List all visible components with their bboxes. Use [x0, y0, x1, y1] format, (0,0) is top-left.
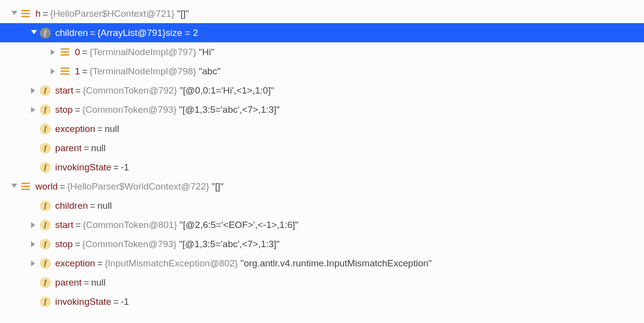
tree-row-h[interactable]: h = {HelloParser$HContext@721} "[]" [0, 4, 644, 23]
var-value: "Hi" [196, 47, 214, 58]
var-value: "[@0,0:1='Hi',<1>,1:0]" [177, 85, 274, 96]
var-type: {InputMismatchException@802} [104, 258, 238, 269]
tree-row[interactable]: f exception = {InputMismatchException@80… [0, 254, 644, 273]
collapse-arrow-icon[interactable] [48, 49, 59, 55]
var-value: "[@1,3:5='abc',<7>,1:3]" [177, 239, 280, 250]
variables-tree: h = {HelloParser$HContext@721} "[]" f ch… [0, 0, 644, 315]
svg-marker-2 [51, 49, 55, 55]
var-name: start [55, 85, 73, 96]
field-icon: f [39, 200, 51, 212]
field-icon: f [39, 277, 51, 289]
field-icon: f [39, 238, 51, 250]
field-icon: f [39, 258, 51, 269]
var-value: "[@2,6:5='<EOF>',<-1>,1:6]" [177, 220, 299, 230]
var-name: children [55, 200, 88, 211]
collapse-arrow-icon[interactable] [29, 241, 39, 247]
var-name: h [35, 8, 41, 19]
var-value: "[]" [174, 8, 189, 19]
var-name: parent [55, 277, 82, 288]
tree-row[interactable]: f stop = {CommonToken@793} "[@1,3:5='abc… [0, 100, 644, 119]
var-type: {CommonToken@793} [82, 239, 176, 250]
var-value: null [91, 277, 106, 288]
array-icon [20, 181, 32, 193]
tree-row[interactable]: f parent = null [0, 138, 644, 158]
collapse-arrow-icon[interactable] [48, 68, 59, 74]
tree-row-array-item[interactable]: 1 = {TerminalNodeImpl@798} "abc" [0, 62, 644, 81]
collapse-arrow-icon[interactable] [29, 260, 39, 266]
var-name: invokingState [55, 162, 111, 173]
var-name: 0 [75, 47, 80, 58]
svg-marker-5 [31, 107, 35, 113]
tree-row[interactable]: f stop = {CommonToken@793} "[@1,3:5='abc… [0, 234, 644, 254]
svg-marker-9 [31, 260, 35, 266]
tree-row[interactable]: f start = {CommonToken@792} "[@0,0:1='Hi… [0, 81, 644, 100]
tree-row[interactable]: f invokingState = -1 [0, 158, 644, 177]
svg-marker-4 [31, 88, 35, 94]
svg-marker-0 [11, 11, 17, 15]
var-type: {CommonToken@801} [83, 220, 177, 230]
var-name: children [55, 28, 88, 38]
var-name: exception [55, 258, 95, 269]
var-type: {CommonToken@793} [82, 104, 176, 115]
var-name: exception [55, 124, 95, 134]
tree-row[interactable]: f invokingState = -1 [0, 292, 644, 311]
var-value: null [104, 124, 119, 134]
var-value: "abc" [196, 66, 220, 77]
var-name: parent [55, 143, 82, 154]
svg-marker-1 [31, 30, 37, 34]
var-type: {HelloParser$HContext@721} [50, 8, 175, 19]
field-icon: f [39, 104, 51, 116]
array-icon [20, 8, 32, 20]
field-icon: f [39, 219, 51, 231]
var-value: size = 2 [165, 28, 198, 38]
tree-row-array-item[interactable]: 0 = {TerminalNodeImpl@797} "Hi" [0, 42, 644, 62]
var-value: -1 [121, 296, 129, 307]
svg-marker-6 [11, 184, 17, 188]
var-name: stop [55, 104, 73, 115]
tree-row[interactable]: f exception = null [0, 119, 644, 138]
var-value: "org.antlr.v4.runtime.InputMismatchExcep… [238, 258, 432, 269]
svg-marker-8 [31, 241, 35, 247]
var-name: 1 [75, 66, 80, 77]
var-value: "[]" [209, 181, 224, 192]
tree-row[interactable]: f children = null [0, 196, 644, 215]
var-type: {CommonToken@792} [83, 85, 177, 96]
var-name: stop [55, 239, 73, 250]
expand-arrow-icon[interactable] [9, 11, 20, 17]
var-type: {TerminalNodeImpl@798} [90, 66, 196, 77]
array-icon [59, 46, 71, 58]
svg-marker-7 [31, 222, 35, 228]
var-value: "[@1,3:5='abc',<7>,1:3]" [177, 104, 280, 115]
var-name: start [55, 220, 73, 230]
var-type: {HelloParser$WorldContext@722} [67, 181, 209, 192]
tree-row[interactable]: f parent = null [0, 273, 644, 292]
var-type: {ArrayList@791} [97, 28, 166, 38]
tree-row-world[interactable]: world = {HelloParser$WorldContext@722} "… [0, 177, 644, 196]
var-name: invokingState [55, 296, 111, 307]
field-icon: f [39, 27, 51, 39]
collapse-arrow-icon[interactable] [29, 222, 39, 228]
field-icon: f [39, 162, 51, 173]
field-icon: f [39, 85, 51, 97]
svg-marker-3 [51, 68, 55, 74]
collapse-arrow-icon[interactable] [29, 107, 39, 113]
var-value: -1 [121, 162, 129, 173]
tree-row[interactable]: f start = {CommonToken@801} "[@2,6:5='<E… [0, 215, 644, 234]
field-icon: f [39, 296, 51, 308]
field-icon: f [39, 123, 51, 135]
collapse-arrow-icon[interactable] [29, 88, 39, 94]
expand-arrow-icon[interactable] [9, 184, 20, 190]
var-value: null [91, 143, 106, 154]
var-value: null [97, 200, 112, 211]
tree-row-h-children[interactable]: f children = {ArrayList@791} size = 2 [0, 23, 644, 42]
array-icon [59, 65, 71, 77]
var-type: {TerminalNodeImpl@797} [90, 47, 196, 58]
var-name: world [35, 181, 58, 192]
field-icon: f [39, 142, 51, 154]
expand-arrow-icon[interactable] [29, 30, 39, 36]
